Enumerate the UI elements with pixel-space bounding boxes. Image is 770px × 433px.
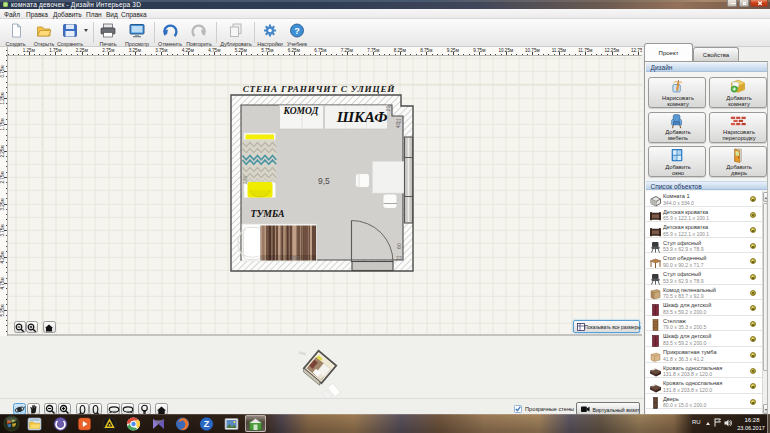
svg-text:21: 21	[385, 106, 391, 112]
svg-text:233: 233	[291, 255, 300, 261]
svg-text:?: ?	[294, 26, 300, 36]
svg-text:ШКАФ: ШКАФ	[336, 108, 388, 125]
svg-text:9,5: 9,5	[318, 176, 330, 186]
svg-text:226: 226	[242, 176, 248, 185]
svg-text:СТЕНА ГРАНИЧИТ С УЛИЦЕЙ: СТЕНА ГРАНИЧИТ С УЛИЦЕЙ	[243, 84, 396, 94]
svg-text:40: 40	[395, 123, 401, 129]
svg-text:60: 60	[396, 243, 402, 249]
svg-text:Z: Z	[204, 419, 210, 429]
svg-text:22: 22	[396, 255, 402, 261]
svg-text:ТУМБА: ТУМБА	[250, 208, 284, 219]
svg-text:КОМОД: КОМОД	[283, 105, 319, 116]
